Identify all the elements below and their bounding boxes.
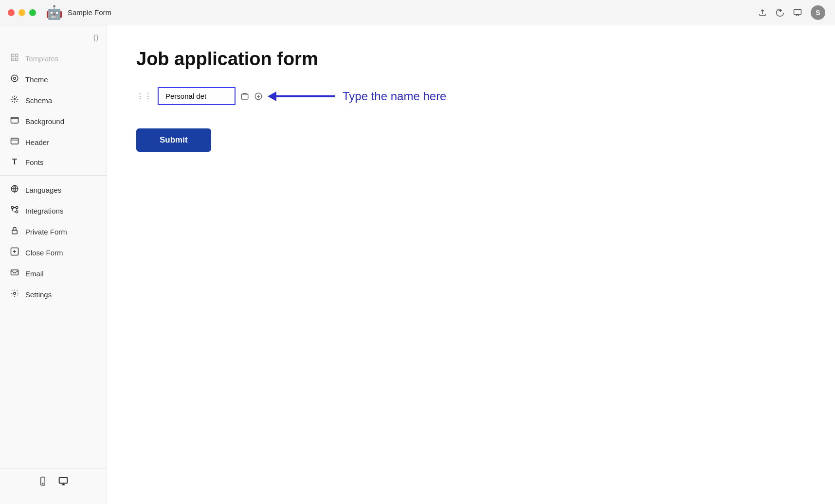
section-row: ⋮⋮ [136, 87, 806, 105]
schema-icon [10, 95, 19, 106]
sidebar-item-private-form[interactable]: Private Form [0, 221, 107, 242]
section-name-input[interactable] [158, 87, 236, 105]
sidebar-item-settings[interactable]: Settings [0, 284, 107, 305]
fonts-icon: T [10, 158, 19, 166]
sidebar-item-schema[interactable]: Schema [0, 90, 107, 111]
svg-rect-14 [12, 230, 18, 234]
sidebar-item-background-label: Background [25, 117, 64, 126]
background-icon [10, 116, 19, 127]
form-title: Job application form [136, 49, 806, 70]
content-area: Job application form ⋮⋮ [107, 25, 835, 504]
arrow-head [268, 91, 276, 101]
sidebar: ⟨⟩ Templates Theme [0, 25, 107, 504]
share-icon[interactable] [758, 8, 767, 17]
svg-point-13 [16, 206, 18, 209]
sidebar-item-email[interactable]: Email [0, 263, 107, 284]
close-form-icon [10, 247, 19, 258]
svg-rect-16 [11, 270, 18, 275]
svg-rect-2 [16, 54, 18, 56]
annotation-text: Type the name here [343, 90, 446, 103]
arrow-line [276, 95, 335, 97]
main-layout: ⟨⟩ Templates Theme [0, 25, 835, 504]
languages-icon [10, 184, 19, 196]
title-bar-actions: S [758, 5, 825, 20]
close-button[interactable] [8, 9, 15, 16]
sidebar-item-fonts[interactable]: T Fonts [0, 153, 107, 171]
email-icon [10, 268, 19, 279]
sidebar-top-row: ⟨⟩ [0, 33, 107, 48]
minimize-button[interactable] [18, 9, 25, 16]
arrow-annotation: Type the name here [268, 90, 446, 103]
sidebar-item-close-form[interactable]: Close Form [0, 242, 107, 263]
svg-rect-1 [11, 54, 14, 56]
sidebar-item-theme[interactable]: Theme [0, 69, 107, 90]
maximize-button[interactable] [29, 9, 36, 16]
svg-rect-9 [11, 138, 18, 144]
svg-point-7 [14, 99, 16, 100]
sidebar-item-header[interactable]: Header [0, 132, 107, 153]
lock-icon [10, 226, 19, 237]
sidebar-item-schema-label: Schema [25, 96, 52, 105]
svg-rect-21 [241, 94, 248, 99]
submit-button[interactable]: Submit [136, 128, 211, 152]
svg-point-12 [16, 211, 18, 213]
sidebar-item-email-label: Email [25, 270, 44, 278]
sidebar-item-header-label: Header [25, 138, 49, 146]
mobile-view-icon[interactable] [38, 476, 48, 488]
sidebar-item-templates-label: Templates [25, 54, 58, 63]
svg-point-19 [42, 483, 43, 484]
rocket-icon[interactable] [776, 8, 784, 17]
svg-rect-0 [794, 9, 801, 15]
sidebar-item-settings-label: Settings [25, 290, 52, 299]
add-section-icon[interactable] [254, 92, 263, 101]
svg-point-6 [14, 77, 16, 80]
header-icon [10, 137, 19, 148]
sidebar-item-templates[interactable]: Templates [0, 48, 107, 69]
integrations-icon [10, 205, 19, 216]
sidebar-item-languages[interactable]: Languages [0, 180, 107, 200]
delete-section-icon[interactable] [240, 92, 249, 101]
sidebar-item-background[interactable]: Background [0, 111, 107, 132]
sidebar-collapse-icon[interactable]: ⟨⟩ [93, 33, 99, 42]
sidebar-item-private-form-label: Private Form [25, 228, 67, 236]
sidebar-item-languages-label: Languages [25, 186, 61, 194]
svg-rect-3 [11, 58, 14, 61]
sidebar-divider-1 [0, 175, 107, 176]
svg-point-5 [11, 75, 18, 82]
svg-point-17 [14, 292, 16, 295]
window-title: Sample Form [68, 8, 111, 17]
sidebar-item-integrations-label: Integrations [25, 207, 63, 215]
svg-rect-20 [59, 478, 67, 484]
sidebar-item-fonts-label: Fonts [25, 158, 44, 166]
drag-handle-icon[interactable]: ⋮⋮ [136, 91, 152, 101]
svg-rect-4 [16, 58, 18, 61]
comment-icon[interactable] [793, 8, 802, 17]
svg-point-11 [11, 206, 14, 209]
settings-icon [10, 289, 19, 300]
svg-rect-8 [11, 117, 18, 123]
sidebar-item-theme-label: Theme [25, 75, 48, 84]
sidebar-item-integrations[interactable]: Integrations [0, 200, 107, 221]
traffic-lights [8, 9, 36, 16]
section-row-container: ⋮⋮ [136, 87, 806, 105]
title-bar: 🤖 Sample Form S [0, 0, 835, 25]
templates-icon [10, 53, 19, 64]
app-logo: 🤖 [46, 4, 63, 20]
user-avatar[interactable]: S [811, 5, 825, 20]
sidebar-item-close-form-label: Close Form [25, 249, 63, 257]
sidebar-bottom [0, 468, 107, 496]
theme-icon [10, 74, 19, 85]
desktop-view-icon[interactable] [57, 476, 69, 488]
